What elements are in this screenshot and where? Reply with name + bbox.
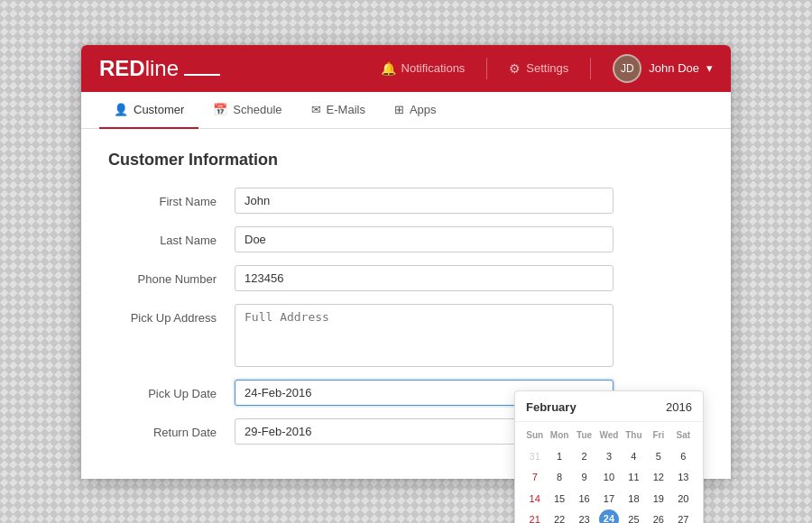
calendar-day[interactable]: 18: [622, 489, 646, 510]
brand-line: line: [145, 56, 179, 81]
calendar-day[interactable]: 13: [671, 467, 696, 489]
calendar-day[interactable]: 10: [596, 467, 621, 489]
avatar: JD: [613, 54, 641, 83]
first-name-row: First Name: [108, 188, 704, 214]
calendar-day[interactable]: 6: [671, 446, 696, 468]
calendar-day[interactable]: 3: [596, 446, 621, 468]
user-dropdown-arrow: ▾: [706, 61, 713, 75]
calendar-day[interactable]: 23: [572, 509, 596, 523]
last-name-label: Last Name: [108, 226, 235, 247]
user-menu[interactable]: JD John Doe ▾: [613, 54, 713, 83]
bell-icon: 🔔: [381, 61, 396, 76]
calendar-day[interactable]: 4: [622, 446, 646, 468]
navbar: RED line 🔔 Notifications ⚙ Settings JD J…: [81, 45, 731, 92]
calendar-day[interactable]: 22: [547, 509, 571, 523]
tab-emails-label: E-Mails: [327, 103, 365, 116]
section-title: Customer Information: [108, 151, 704, 170]
tab-schedule[interactable]: 📅 Schedule: [198, 92, 296, 129]
tab-customer-label: Customer: [134, 103, 184, 116]
address-input[interactable]: [235, 304, 614, 367]
tab-schedule-label: Schedule: [233, 103, 281, 116]
brand-dash: [184, 74, 220, 76]
nav-divider: [486, 58, 487, 79]
last-name-row: Last Name: [108, 226, 704, 252]
calendar-day[interactable]: 20: [671, 489, 696, 510]
brand-red: RED: [99, 56, 145, 81]
calendar-day[interactable]: 26: [646, 509, 670, 523]
calendar-day[interactable]: 27: [671, 509, 696, 523]
calendar-day[interactable]: 9: [572, 467, 596, 489]
main-content: Customer Information First Name Last Nam…: [81, 129, 731, 479]
notifications-label: Notifications: [401, 61, 466, 75]
settings-label: Settings: [526, 61, 568, 75]
last-name-input[interactable]: [235, 226, 614, 252]
phone-label: Phone Number: [108, 265, 235, 286]
calendar-day[interactable]: 11: [622, 467, 646, 489]
phone-row: Phone Number: [108, 265, 704, 291]
day-name-sun: Sun: [522, 427, 547, 443]
tab-apps-label: Apps: [410, 103, 437, 116]
main-window: RED line 🔔 Notifications ⚙ Settings JD J…: [81, 45, 731, 479]
tabs-bar: 👤 Customer 📅 Schedule ✉ E-Mails ⊞ Apps: [81, 92, 731, 129]
address-row: Pick Up Address: [108, 304, 704, 367]
brand: RED line: [99, 56, 381, 81]
tab-emails[interactable]: ✉ E-Mails: [297, 92, 380, 129]
calendar-day[interactable]: 21: [522, 509, 547, 523]
calendar-day[interactable]: 14: [522, 489, 547, 510]
day-name-tue: Tue: [572, 427, 596, 443]
nav-divider-2: [590, 58, 591, 79]
calendar-day[interactable]: 1: [547, 446, 571, 468]
day-name-sat: Sat: [671, 427, 696, 443]
apps-tab-icon: ⊞: [394, 103, 404, 116]
calendar-days: 3112345678910111213141516171819202122232…: [522, 446, 696, 524]
calendar-day-names: Sun Mon Tue Wed Thu Fri Sat: [522, 427, 696, 443]
calendar-popup: February 2016 Sun Mon Tue Wed Thu Fri Sa…: [514, 390, 704, 524]
first-name-input[interactable]: [235, 188, 614, 214]
calendar-day[interactable]: 8: [547, 467, 571, 489]
settings-button[interactable]: ⚙ Settings: [509, 61, 568, 76]
day-name-thu: Thu: [622, 427, 646, 443]
calendar-day[interactable]: 15: [547, 489, 571, 510]
calendar-day[interactable]: 5: [646, 446, 670, 468]
navbar-items: 🔔 Notifications ⚙ Settings JD John Doe ▾: [381, 54, 713, 83]
pickup-date-label: Pick Up Date: [108, 380, 235, 400]
gear-icon: ⚙: [509, 61, 521, 76]
address-label: Pick Up Address: [108, 304, 235, 325]
calendar-day[interactable]: 12: [646, 467, 670, 489]
tab-apps[interactable]: ⊞ Apps: [380, 92, 451, 129]
calendar-day[interactable]: 19: [646, 489, 670, 510]
calendar-day[interactable]: 24: [599, 509, 619, 523]
calendar-year: 2016: [666, 400, 692, 414]
calendar-header: February 2016: [515, 391, 703, 422]
tab-customer[interactable]: 👤 Customer: [99, 92, 198, 129]
calendar-day[interactable]: 16: [572, 489, 596, 510]
day-name-fri: Fri: [646, 427, 670, 443]
schedule-tab-icon: 📅: [213, 103, 227, 116]
day-name-mon: Mon: [547, 427, 571, 443]
return-date-label: Return Date: [108, 418, 235, 439]
emails-tab-icon: ✉: [311, 103, 321, 116]
phone-input[interactable]: [235, 265, 614, 291]
calendar-grid: Sun Mon Tue Wed Thu Fri Sat 311234567891…: [515, 422, 703, 524]
calendar-day[interactable]: 25: [622, 509, 646, 523]
calendar-day[interactable]: 7: [522, 467, 547, 489]
user-name: John Doe: [649, 61, 699, 75]
calendar-month: February: [526, 400, 577, 414]
first-name-label: First Name: [108, 188, 235, 208]
day-name-wed: Wed: [596, 427, 621, 443]
calendar-day[interactable]: 17: [596, 489, 621, 510]
calendar-day[interactable]: 31: [522, 446, 547, 468]
notifications-button[interactable]: 🔔 Notifications: [381, 61, 466, 76]
calendar-day[interactable]: 2: [572, 446, 596, 468]
customer-tab-icon: 👤: [114, 103, 128, 116]
